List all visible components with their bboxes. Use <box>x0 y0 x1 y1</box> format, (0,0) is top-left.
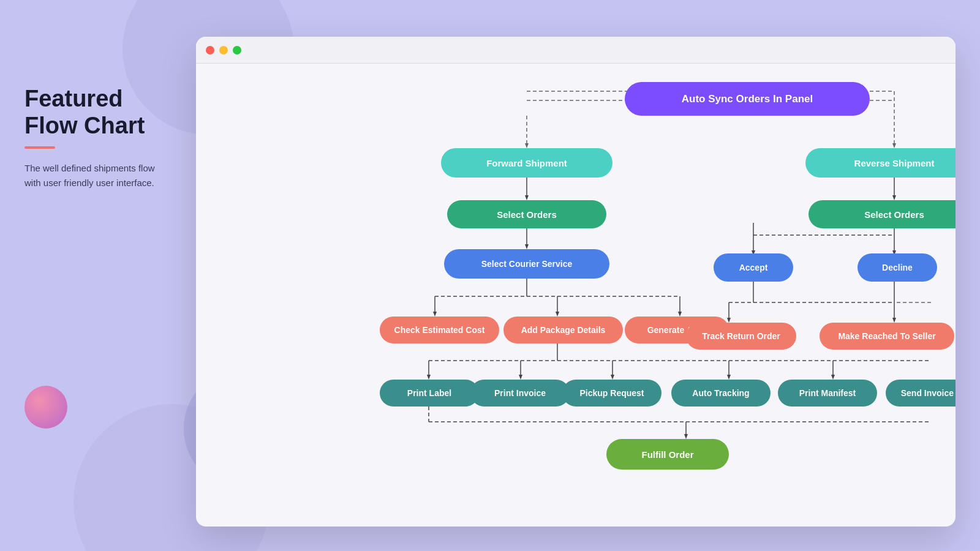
svg-marker-12 <box>525 244 529 249</box>
page-description: The well defined shipments flow with use… <box>24 161 172 190</box>
flowchart-lines <box>221 82 931 508</box>
svg-marker-39 <box>892 318 896 323</box>
node-select-orders-rev: Select Orders <box>809 200 956 228</box>
node-fulfill-order: Fulfill Order <box>606 439 729 470</box>
close-button[interactable] <box>206 46 214 54</box>
node-send-invoice: Send Invoice To Customer <box>886 380 956 407</box>
svg-marker-31 <box>678 312 682 317</box>
svg-marker-46 <box>427 375 431 380</box>
browser-content: Auto Sync Orders In Panel Forward Shipme… <box>196 64 956 527</box>
svg-marker-1 <box>525 143 529 148</box>
minimize-button[interactable] <box>219 46 228 54</box>
svg-marker-54 <box>831 375 835 380</box>
node-select-courier: Select Courier Service <box>444 249 609 279</box>
node-accept: Accept <box>714 253 793 282</box>
flowchart: Auto Sync Orders In Panel Forward Shipme… <box>221 82 931 508</box>
svg-marker-14 <box>892 195 896 200</box>
node-print-invoice: Print Invoice <box>470 380 570 407</box>
node-decline: Decline <box>858 253 937 282</box>
browser-titlebar <box>196 37 956 64</box>
node-auto-tracking: Auto Tracking <box>671 380 771 407</box>
node-track-return: Track Return Order <box>686 323 796 350</box>
decorative-ball <box>24 386 67 429</box>
accent-line <box>24 146 55 149</box>
node-auto-sync: Auto Sync Orders In Panel <box>625 82 870 116</box>
node-forward-shipment: Forward Shipment <box>441 148 612 178</box>
node-check-estimated: Check Estimated Cost <box>380 317 499 343</box>
node-reverse-shipment: Reverse Shipment <box>805 148 956 178</box>
svg-marker-35 <box>727 318 731 323</box>
svg-marker-8 <box>892 143 896 148</box>
page-title: Featured Flow Chart <box>24 86 172 139</box>
left-panel: Featured Flow Chart The well defined shi… <box>24 86 172 190</box>
svg-marker-10 <box>525 195 529 200</box>
node-make-reached: Make Reached To Seller <box>820 323 954 350</box>
node-print-label: Print Label <box>380 380 479 407</box>
browser-window: Auto Sync Orders In Panel Forward Shipme… <box>196 37 956 527</box>
maximize-button[interactable] <box>233 46 241 54</box>
svg-marker-52 <box>727 375 731 380</box>
svg-marker-50 <box>611 375 614 380</box>
node-add-package: Add Package Details <box>503 317 623 343</box>
node-print-manifest: Print Manifest <box>778 380 877 407</box>
node-select-orders-fwd: Select Orders <box>447 200 606 228</box>
node-pickup-request: Pickup Request <box>562 380 662 407</box>
svg-marker-48 <box>519 375 522 380</box>
svg-marker-27 <box>433 312 437 317</box>
svg-marker-29 <box>556 312 559 317</box>
svg-marker-61 <box>684 434 688 439</box>
